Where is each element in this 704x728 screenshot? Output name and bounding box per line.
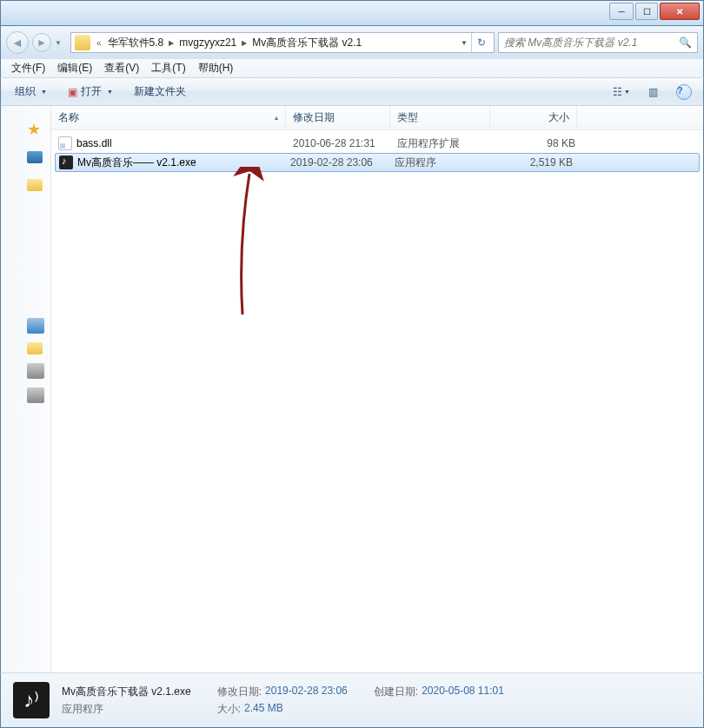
dll-file-icon [58, 136, 72, 150]
breadcrumb-item[interactable]: 华军软件5.8 [104, 36, 168, 50]
search-icon[interactable]: 🔍 [679, 36, 692, 49]
file-list-pane: 名称 ▴ 修改日期 类型 大小 bass.dll 2010-06-28 21:3… [51, 106, 703, 672]
selected-file-icon: ♪⁾ [13, 682, 50, 718]
file-name: bass.dll [76, 137, 112, 149]
column-date[interactable]: 修改日期 [286, 106, 390, 129]
new-folder-label: 新建文件夹 [134, 84, 186, 99]
chevron-right-icon[interactable]: ▶ [167, 39, 176, 47]
menu-file[interactable]: 文件(F) [6, 59, 50, 77]
file-name: Mv高质音乐—— v2.1.exe [77, 156, 196, 170]
breadcrumb-item[interactable]: Mv高质音乐下载器 v2.1 [249, 36, 365, 50]
details-create-value: 2020-05-08 11:01 [422, 685, 504, 699]
menu-edit[interactable]: 编辑(E) [52, 59, 97, 77]
file-size: 98 KB [497, 137, 584, 149]
file-size: 2,519 KB [495, 156, 581, 169]
breadcrumb-prefix: « [94, 38, 104, 48]
main-area: ★ 名称 ▴ 修改日期 类型 大小 bass.dll [0, 106, 704, 672]
minimize-button[interactable]: ─ [609, 3, 634, 20]
menu-bar: 文件(F) 编辑(E) 查看(V) 工具(T) 帮助(H) [0, 59, 704, 78]
chevron-right-icon[interactable]: ▶ [240, 39, 249, 47]
open-label: 打开 [81, 84, 102, 99]
command-bar: 组织 ▼ ▣ 打开 ▼ 新建文件夹 ☷▼ ▥ ? [0, 78, 704, 106]
file-row[interactable]: bass.dll 2010-06-28 21:31 应用程序扩展 98 KB [51, 134, 703, 153]
menu-tools[interactable]: 工具(T) [146, 59, 190, 77]
folder-icon[interactable] [27, 179, 43, 191]
preview-pane-button[interactable]: ▥ [642, 82, 663, 103]
chevron-down-icon[interactable]: ▼ [459, 39, 469, 47]
chevron-down-icon: ▼ [107, 89, 113, 95]
column-type[interactable]: 类型 [390, 106, 490, 129]
file-date: 2010-06-28 21:31 [293, 137, 397, 149]
breadcrumb-item[interactable]: mvgzyyxz21 [176, 36, 240, 49]
exe-file-icon [59, 156, 73, 169]
column-name-label: 名称 [58, 110, 79, 125]
back-button[interactable]: ◄ [6, 31, 29, 54]
menu-view[interactable]: 查看(V) [99, 59, 144, 77]
search-input[interactable] [504, 36, 679, 49]
navigation-bar: ◄ ► ▼ « 华军软件5.8 ▶ mvgzyyxz21 ▶ Mv高质音乐下载器… [0, 26, 704, 59]
column-headers: 名称 ▴ 修改日期 类型 大小 [51, 106, 703, 130]
menu-help[interactable]: 帮助(H) [193, 59, 239, 77]
details-title: Mv高质音乐下载器 v2.1.exe [62, 685, 191, 699]
file-type: 应用程序 [395, 156, 495, 170]
drive-icon[interactable] [27, 387, 44, 403]
file-list[interactable]: bass.dll 2010-06-28 21:31 应用程序扩展 98 KB M… [51, 130, 703, 672]
history-dropdown[interactable]: ▼ [55, 39, 67, 47]
desktop-icon[interactable] [27, 151, 43, 163]
new-folder-button[interactable]: 新建文件夹 [129, 82, 191, 102]
details-mod-label: 修改日期: [217, 685, 262, 699]
computer-icon[interactable] [27, 318, 44, 334]
forward-button[interactable]: ► [32, 33, 51, 52]
file-type: 应用程序扩展 [397, 136, 497, 151]
file-date: 2019-02-28 23:06 [290, 156, 395, 169]
column-name[interactable]: 名称 ▴ [51, 106, 286, 129]
drive-icon[interactable] [27, 363, 44, 379]
breadcrumb[interactable]: « 华军软件5.8 ▶ mvgzyyxz21 ▶ Mv高质音乐下载器 v2.1 … [70, 32, 495, 53]
window-titlebar: ─ ☐ ✕ [0, 0, 704, 26]
details-size-value: 2.45 MB [244, 702, 283, 717]
chevron-down-icon: ▼ [41, 89, 47, 95]
view-mode-button[interactable]: ☷▼ [611, 82, 632, 103]
close-button[interactable]: ✕ [660, 3, 700, 20]
maximize-button[interactable]: ☐ [635, 3, 658, 20]
details-create-label: 创建日期: [374, 685, 418, 699]
folder-icon[interactable] [27, 342, 43, 354]
column-size[interactable]: 大小 [490, 106, 577, 129]
organize-button[interactable]: 组织 ▼ [10, 82, 52, 102]
refresh-button[interactable]: ↻ [471, 33, 490, 52]
details-pane: ♪⁾ Mv高质音乐下载器 v2.1.exe 修改日期: 2019-02-28 2… [0, 672, 704, 728]
open-icon: ▣ [68, 86, 77, 98]
details-info: Mv高质音乐下载器 v2.1.exe 修改日期: 2019-02-28 23:0… [62, 685, 530, 717]
favorites-icon[interactable]: ★ [27, 120, 44, 136]
details-mod-value: 2019-02-28 23:06 [265, 685, 348, 699]
navigation-pane[interactable]: ★ [1, 106, 51, 672]
file-row[interactable]: Mv高质音乐—— v2.1.exe 2019-02-28 23:06 应用程序 … [55, 153, 700, 172]
details-size-label: 大小: [217, 702, 241, 717]
search-box[interactable]: 🔍 [498, 32, 698, 53]
window-controls: ─ ☐ ✕ [608, 3, 700, 20]
folder-icon [75, 35, 90, 50]
details-subtitle: 应用程序 [62, 702, 191, 717]
help-button[interactable]: ? [674, 82, 694, 103]
organize-label: 组织 [15, 84, 36, 99]
sort-indicator-icon: ▴ [275, 114, 278, 122]
open-button[interactable]: ▣ 打开 ▼ [63, 82, 118, 102]
